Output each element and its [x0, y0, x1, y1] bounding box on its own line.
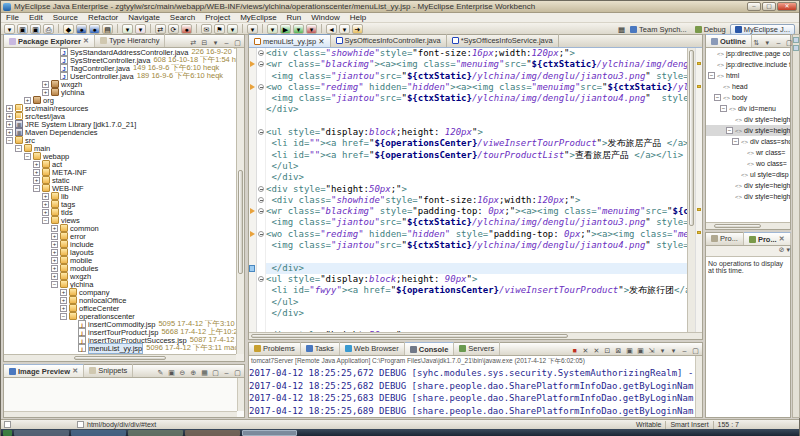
menu-refactor[interactable]: Refactor: [83, 13, 123, 22]
flag-icon[interactable]: ⚑: [214, 24, 225, 34]
tree-expander[interactable]: +: [33, 169, 40, 176]
tree-item-views[interactable]: −views: [4, 216, 236, 224]
outline-hscrollbar[interactable]: [706, 222, 790, 229]
outline-item-wr-class-[interactable]: +<>wr class=: [706, 147, 790, 158]
collapse-fold-icon[interactable]: [258, 61, 264, 67]
tree-expander[interactable]: +: [42, 81, 49, 88]
tree-item-modules[interactable]: +modules: [4, 264, 236, 272]
code-line-19[interactable]: [266, 251, 687, 262]
collapse-fold-icon[interactable]: [258, 129, 264, 135]
code-line-25[interactable]: [266, 319, 687, 330]
tree-expander[interactable]: +: [51, 233, 58, 240]
view-tool-icon[interactable]: ⇅: [752, 38, 761, 47]
tab-image-preview[interactable]: Image Preview✕: [4, 364, 84, 377]
perspective-team-synch---[interactable]: Team Synch...: [626, 24, 691, 35]
package-explorer-tree[interactable]: +JSysStandardAddressController.java226 1…: [4, 48, 236, 354]
code-editor[interactable]: <div class="showhide"style="font-size:16…: [266, 48, 687, 332]
tree-item-include[interactable]: +include: [4, 240, 236, 248]
maximize-button[interactable]: ▢: [762, 2, 776, 11]
tree-expander[interactable]: −: [60, 313, 67, 320]
forward-icon[interactable]: ➜: [352, 24, 363, 34]
taskbar-item[interactable]: [128, 430, 183, 436]
package-explorer-vscrollbar[interactable]: [236, 48, 244, 354]
tree-item-common[interactable]: +common: [4, 224, 236, 232]
maximize-icon[interactable]: ▢: [691, 346, 700, 355]
tree-expander[interactable]: +: [51, 249, 58, 256]
start-button[interactable]: [3, 430, 12, 436]
collapse-fold-icon[interactable]: [258, 231, 264, 237]
menu-run[interactable]: Run: [282, 13, 307, 22]
view-tool-icon[interactable]: ▢: [233, 368, 242, 377]
element-path-breadcrumb[interactable]: html/body/div/div/#text: [87, 421, 156, 428]
tree-expander[interactable]: +: [42, 193, 49, 200]
stop-icon[interactable]: ●: [181, 24, 192, 34]
tree-item-mobile[interactable]: +mobile: [4, 256, 236, 264]
close-button[interactable]: ✕: [777, 2, 797, 11]
tree-expander[interactable]: +: [6, 121, 13, 128]
tree-item-wxgzh[interactable]: +wxgzh: [4, 272, 236, 280]
code-line-8[interactable]: <ul style="display:block;height: 120px">: [266, 127, 687, 138]
tree-expander[interactable]: +: [6, 113, 13, 120]
clear-console-icon[interactable]: ⊡: [603, 346, 612, 355]
tree-item-meta-inf[interactable]: +META-INF: [4, 168, 236, 176]
outline-item-div-id-menu[interactable]: −<>div id=menu: [706, 103, 790, 114]
sync-icon[interactable]: ⇄: [155, 24, 166, 34]
tree-expander[interactable]: −: [732, 138, 739, 145]
tree-expander[interactable]: −: [714, 94, 721, 101]
editor-overview-ruler[interactable]: [695, 48, 702, 332]
remove-all-icon[interactable]: ✕: [592, 346, 601, 355]
title-bar[interactable]: MyEclipse Java Enterprise - zgtyylw/src/…: [1, 1, 799, 13]
view-tool-icon[interactable]: ▢: [211, 368, 220, 377]
external-tools-icon[interactable]: ▾: [227, 24, 238, 34]
code-line-15[interactable]: <wr class="blackimg" style="padding-top:…: [266, 206, 687, 217]
tree-expander[interactable]: +: [60, 289, 67, 296]
minimize-button[interactable]: –: [747, 2, 761, 11]
search-icon[interactable]: ▾: [247, 24, 258, 34]
tree-item-nonlocaloffice[interactable]: +nonlocalOffice: [4, 296, 236, 304]
menu-window[interactable]: Window: [306, 13, 344, 22]
taskbar-item[interactable]: [185, 430, 240, 436]
run-icon[interactable]: ▶: [280, 24, 291, 34]
collapse-fold-icon[interactable]: [258, 276, 264, 282]
outline-item-div-style-height[interactable]: −<>div style=height: [706, 125, 790, 136]
package-explorer-hscrollbar[interactable]: [4, 354, 236, 361]
new-java-project-icon[interactable]: ◆: [63, 24, 74, 34]
console-output[interactable]: tomcat7Server [Remote Java Application] …: [249, 356, 702, 417]
tree-expander[interactable]: −: [708, 72, 715, 79]
show-stdout-icon[interactable]: ⇲: [647, 346, 656, 355]
tab-close-icon[interactable]: ✕: [72, 367, 78, 375]
taskbar-item[interactable]: [14, 430, 69, 436]
tab-console[interactable]: Console: [405, 342, 455, 355]
tree-item-lib[interactable]: +lib: [4, 192, 236, 200]
tree-expander[interactable]: −: [720, 105, 727, 112]
profile-icon[interactable]: ▾: [293, 24, 304, 34]
scroll-lock-icon[interactable]: ⊠: [614, 346, 623, 355]
outline-item-jsp-directive-page-content[interactable]: +<>jsp:directive.page content: [706, 48, 790, 59]
tree-item-static[interactable]: +static: [4, 176, 236, 184]
save-all-icon[interactable]: ▣: [30, 24, 41, 34]
overview-warning-mark[interactable]: [697, 231, 701, 234]
console-vscrollbar[interactable]: [695, 356, 702, 417]
tree-expander[interactable]: +: [42, 201, 49, 208]
view-tool-icon[interactable]: –: [222, 368, 231, 377]
tree-expander[interactable]: +: [51, 265, 58, 272]
collapse-fold-icon[interactable]: [258, 186, 264, 192]
view-tool-icon[interactable]: ▣: [167, 368, 176, 377]
tree-expander[interactable]: +: [60, 297, 67, 304]
view-tool-icon[interactable]: ▢: [233, 38, 242, 47]
tree-expander[interactable]: −: [15, 145, 22, 152]
editor-tab-sysofficesinfoservice-java[interactable]: *SysOfficesInfoService.java: [447, 34, 559, 47]
tab-type-hierarchy[interactable]: Type Hierarchy: [95, 34, 165, 47]
editor-tab-menulist-yy-jsp[interactable]: menuList_yy.jsp✕: [249, 34, 331, 47]
windows-taskbar[interactable]: [1, 429, 799, 436]
code-line-6[interactable]: </div>: [266, 104, 687, 115]
outline-item-div-style-height[interactable]: +<>div style=height: [706, 180, 790, 191]
tree-expander[interactable]: −: [24, 153, 31, 160]
menu-help[interactable]: Help: [345, 13, 371, 22]
code-line-20[interactable]: </div>: [266, 263, 687, 274]
view-tool-icon[interactable]: ▾: [211, 38, 220, 47]
tab-close-icon[interactable]: ✕: [318, 37, 324, 46]
taskbar-item[interactable]: [71, 430, 126, 436]
code-line-7[interactable]: [266, 116, 687, 127]
collapse-fold-icon[interactable]: [258, 197, 264, 203]
